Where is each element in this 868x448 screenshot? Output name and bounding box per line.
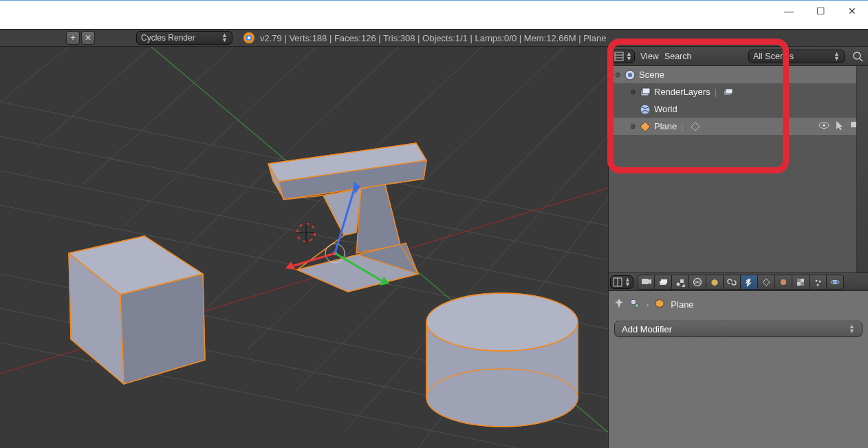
- tab-modifiers[interactable]: [741, 275, 758, 290]
- mesh-object-icon: [638, 119, 653, 134]
- svg-line-8: [41, 47, 151, 143]
- properties-editor: ▲▼: [609, 273, 868, 448]
- 3d-cursor-icon: [296, 222, 316, 243]
- outliner-item-renderlayers[interactable]: ⊕ RenderLayers |: [609, 83, 868, 100]
- render-engine-label: Cycles Render: [141, 33, 195, 43]
- editor-type-dropdown[interactable]: ▲▼: [610, 275, 633, 289]
- tab-render-layers[interactable]: [655, 275, 672, 290]
- svg-rect-48: [615, 52, 623, 61]
- window-close-button[interactable]: ✕: [836, 1, 868, 21]
- svg-marker-65: [858, 122, 862, 127]
- svg-rect-56: [642, 88, 650, 94]
- outliner-menu-view[interactable]: View: [640, 52, 659, 61]
- breadcrumb-object-name: Plane: [671, 299, 693, 310]
- svg-point-63: [823, 124, 825, 127]
- tab-world[interactable]: [689, 275, 706, 290]
- svg-rect-68: [642, 279, 649, 284]
- properties-icon: [613, 277, 622, 287]
- tab-texture[interactable]: [792, 275, 810, 290]
- svg-point-77: [780, 279, 787, 286]
- svg-marker-74: [682, 284, 685, 287]
- 3d-viewport-canvas: [0, 47, 608, 448]
- svg-point-54: [628, 73, 632, 77]
- svg-point-82: [819, 280, 821, 282]
- updown-icon: ▲▼: [849, 324, 855, 334]
- updown-icon: ▲▼: [626, 52, 632, 61]
- outliner-item-label: Plane: [654, 121, 677, 131]
- svg-point-72: [677, 282, 680, 286]
- window-minimize-button[interactable]: —: [773, 1, 805, 21]
- mesh-cylinder: [426, 293, 578, 427]
- mesh-data-icon: [688, 119, 703, 134]
- add-modifier-dropdown[interactable]: Add Modifier ▲▼: [614, 321, 862, 337]
- svg-marker-76: [763, 279, 770, 286]
- window-maximize-button[interactable]: ☐: [805, 1, 836, 21]
- svg-point-83: [817, 284, 819, 286]
- add-screen-button[interactable]: +: [66, 31, 80, 45]
- tab-render[interactable]: [638, 275, 655, 290]
- tab-physics[interactable]: [827, 275, 844, 290]
- collapse-icon[interactable]: ⊖: [613, 71, 622, 78]
- tab-object-data[interactable]: [758, 275, 775, 290]
- selectable-cursor-icon[interactable]: [835, 120, 845, 133]
- svg-point-81: [816, 279, 818, 281]
- 3d-viewport[interactable]: [0, 47, 608, 448]
- svg-point-59: [640, 105, 650, 114]
- search-icon[interactable]: [850, 49, 865, 64]
- editor-type-dropdown[interactable]: ▲▼: [611, 50, 635, 63]
- svg-rect-71: [661, 279, 667, 284]
- render-engine-dropdown[interactable]: Cycles Render ▲▼: [136, 31, 232, 45]
- outliner-item-scene[interactable]: ⊖ Scene: [609, 66, 868, 83]
- tab-object[interactable]: [706, 275, 724, 290]
- scene-stats-text: v2.79 | Verts:188 | Faces:126 | Tris:308…: [260, 33, 606, 43]
- outliner-icon: [614, 52, 624, 61]
- outliner-item-label: World: [654, 104, 677, 114]
- svg-marker-61: [691, 122, 699, 131]
- svg-line-7: [0, 47, 69, 102]
- svg-rect-80: [801, 282, 804, 286]
- tab-material[interactable]: [775, 275, 792, 290]
- outliner-tree[interactable]: ⊖ Scene ⊕ RenderLayers |: [609, 66, 868, 273]
- outliner-item-plane[interactable]: ⊕ Plane |: [609, 118, 868, 135]
- svg-line-9: [83, 47, 234, 184]
- svg-rect-64: [851, 122, 858, 127]
- tab-constraints[interactable]: [724, 275, 741, 290]
- outliner-item-label: Scene: [639, 70, 664, 80]
- mesh-anvil: [268, 143, 426, 292]
- svg-rect-58: [726, 89, 733, 94]
- expand-icon[interactable]: ⊕: [628, 122, 638, 130]
- outliner-item-label: RenderLayers: [654, 87, 710, 97]
- outliner-display-mode-dropdown[interactable]: All Scenes ▲▼: [748, 50, 845, 63]
- world-icon: [638, 102, 653, 117]
- properties-context-tabs: [638, 275, 844, 290]
- scene-link-icon[interactable]: [629, 298, 640, 311]
- plus-icon: +: [70, 33, 75, 43]
- updown-icon: ▲▼: [221, 33, 228, 43]
- tab-particles[interactable]: [810, 275, 827, 290]
- svg-rect-73: [680, 279, 684, 283]
- properties-breadcrumb: › Plane: [614, 298, 862, 311]
- scene-icon: [622, 67, 638, 83]
- svg-point-51: [854, 52, 860, 59]
- visibility-eye-icon[interactable]: [818, 120, 829, 133]
- renderlayers-icon: [638, 85, 653, 100]
- window-titlebar: — ☐ ✕: [0, 0, 868, 29]
- updown-icon: ▲▼: [834, 52, 840, 61]
- renderlayer-data-icon: [721, 85, 736, 100]
- outliner-menu-search[interactable]: Search: [664, 52, 692, 61]
- svg-marker-60: [640, 122, 650, 131]
- expand-icon[interactable]: ⊕: [628, 88, 638, 96]
- tab-scene[interactable]: [672, 275, 689, 290]
- mesh-cube: [69, 236, 205, 384]
- info-header: + ✕ Cycles Render ▲▼ v2.79 | Verts:188 |…: [0, 29, 868, 47]
- outliner-item-world[interactable]: World: [609, 100, 868, 118]
- svg-marker-69: [649, 279, 651, 284]
- svg-line-52: [860, 58, 862, 61]
- svg-rect-79: [797, 279, 801, 282]
- delete-screen-button[interactable]: ✕: [81, 31, 95, 45]
- outliner-display-mode-label: All Scenes: [753, 52, 794, 61]
- mesh-object-icon: [654, 298, 665, 311]
- renderable-camera-icon[interactable]: [850, 120, 862, 133]
- pin-icon[interactable]: [614, 298, 624, 311]
- updown-icon: ▲▼: [625, 277, 631, 287]
